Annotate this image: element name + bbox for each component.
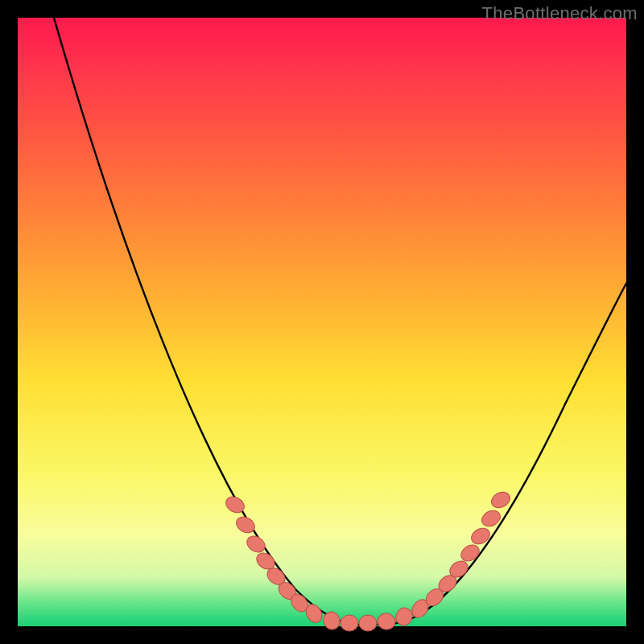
data-marker <box>394 605 415 628</box>
bottleneck-curve <box>54 18 626 625</box>
data-marker <box>359 615 377 631</box>
watermark-text: TheBottleneck.com <box>482 3 638 24</box>
data-marker <box>489 489 513 511</box>
data-marker <box>341 615 358 631</box>
plot-area <box>18 18 626 626</box>
marker-layer <box>223 489 513 631</box>
chart-svg <box>18 18 626 626</box>
chart-frame: TheBottleneck.com <box>0 0 644 644</box>
data-marker <box>377 613 397 631</box>
data-marker <box>469 525 493 547</box>
data-marker <box>244 533 268 555</box>
